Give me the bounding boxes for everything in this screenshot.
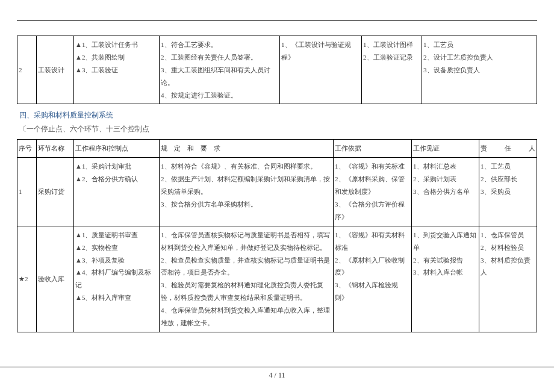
col-wit: 工作见证 — [412, 140, 479, 158]
cell-wit: 1、材料汇总表 2、采购计划表 3、合格分供方名单 — [412, 158, 479, 226]
cell-req: 1、仓库保管员查核实物标记与质量证明书是否相符，填写材料到货交检入库通知单，并做… — [160, 226, 334, 332]
cell-wit: 1、到货交验入库通知单 2、有关试验报告 3、材料入库台帐 — [412, 226, 479, 332]
col-basis: 工作依据 — [334, 140, 412, 158]
cell-num: ★2 — [17, 226, 37, 332]
table-row: ★2 验收入库 ▲1、质量证明书审查 ▲2、实物检查 ▲3、补项及复验 ▲4、材… — [17, 226, 537, 332]
cell-resp: 1、仓库保管员 2、材料检验员 3、材料质控负责人 — [479, 226, 537, 332]
table-procurement: 序号 环节名称 工作程序和控制点 规 定 和 要 求 工作依据 工作见证 责 任… — [17, 139, 537, 332]
table-header-row: 序号 环节名称 工作程序和控制点 规 定 和 要 求 工作依据 工作见证 责 任… — [17, 140, 537, 158]
col-resp: 责 任 人 — [479, 140, 537, 158]
section4-subtitle: 〔一个停止点、六个环节、十三个控制点 — [19, 124, 537, 134]
cell-ctrl: ▲1、工装设计任务书 ▲2、共装图绘制 ▲3、工装验证 — [74, 36, 160, 104]
cell-ctrl: ▲1、采购计划审批 ▲2、合格分供方确认 — [74, 158, 160, 226]
cell-req: 1、符合工艺要求。 2、工装图经有关责任人员签署。 3、重大工装图组织车间和有关… — [160, 36, 280, 104]
cell-req: 1、材料符合《容规》、有关标准、合同和图样要求。 2、依据生产计划、材料定额编制… — [160, 158, 334, 226]
page-number: 4 / 11 — [269, 371, 285, 379]
cell-basis: 1、《容规》和有关标准 2、《原材料采购、保管和发放制度》 3、《合格分供方评价… — [334, 158, 412, 226]
cell-resp: 1、工艺员 2、设计工艺质控负责人 3、设备质控负责人 — [422, 36, 537, 104]
table-row: 2 工装设计 ▲1、工装设计任务书 ▲2、共装图绘制 ▲3、工装验证 1、符合工… — [17, 36, 537, 104]
col-req: 规 定 和 要 求 — [160, 140, 334, 158]
cell-num: 1 — [17, 158, 37, 226]
cell-name: 验收入库 — [37, 226, 74, 332]
cell-name: 采购订货 — [37, 158, 74, 226]
cell-name: 工装设计 — [37, 36, 74, 104]
col-name: 环节名称 — [37, 140, 74, 158]
cell-resp: 1、工艺员 2、供应部长 3、采购员 — [479, 158, 537, 226]
cell-basis: 1、《容规》和有关材料标准 2、《原材料入厂验收制度》 3、《钢材入库检验规则》 — [334, 226, 412, 332]
page-footer: 4 / 11 — [0, 367, 554, 380]
table-process-design: 2 工装设计 ▲1、工装设计任务书 ▲2、共装图绘制 ▲3、工装验证 1、符合工… — [17, 36, 537, 104]
header-rule — [17, 20, 537, 21]
col-num: 序号 — [17, 140, 37, 158]
cell-wit: 1、工装设计图样 2、工装验证记录 — [362, 36, 422, 104]
col-ctrl: 工作程序和控制点 — [74, 140, 160, 158]
cell-num: 2 — [17, 36, 37, 104]
cell-ctrl: ▲1、质量证明书审查 ▲2、实物检查 ▲3、补项及复验 ▲4、材料厂编号编制及标… — [74, 226, 160, 332]
table-row: 1 采购订货 ▲1、采购计划审批 ▲2、合格分供方确认 1、材料符合《容规》、有… — [17, 158, 537, 226]
cell-basis: 1、《工装设计与验证规程》 — [280, 36, 362, 104]
section4-title: 四、采购和材料质量控制系统 — [19, 110, 537, 120]
